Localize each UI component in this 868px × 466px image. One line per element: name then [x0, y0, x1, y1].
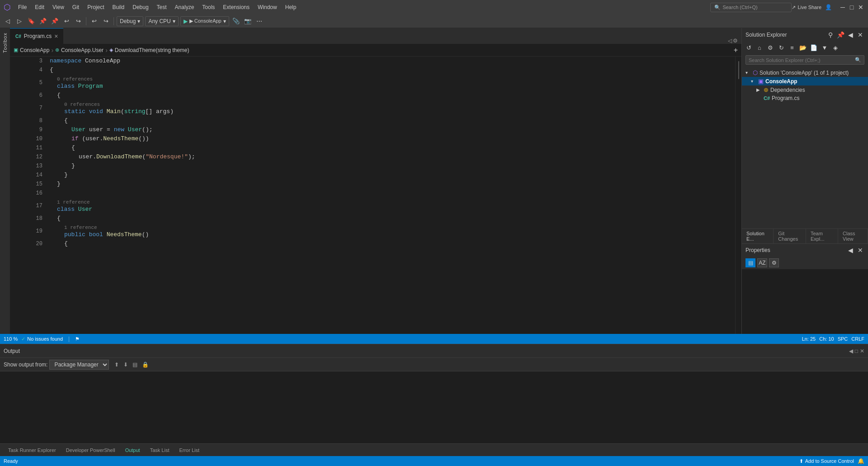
- sol-pin-icon[interactable]: 📌: [836, 31, 844, 38]
- sol-open-btn[interactable]: 📂: [798, 43, 808, 52]
- panels-toggle[interactable]: ◁: [728, 38, 732, 44]
- attach-btn[interactable]: 📎: [231, 16, 241, 26]
- code-editor[interactable]: 3 4 5 6 7 8 9 10 11 12 13 14 15 16 17 18…: [10, 57, 741, 334]
- sol-arrow-icon[interactable]: ◀: [846, 31, 854, 38]
- tab-output[interactable]: Output: [121, 446, 145, 455]
- menu-window[interactable]: Window: [254, 2, 281, 12]
- prog-label: Program.cs: [772, 95, 799, 101]
- menu-view[interactable]: View: [49, 2, 68, 12]
- sol-prop-btn[interactable]: ⚙: [765, 43, 775, 52]
- prop-categories-btn[interactable]: ▤: [745, 258, 755, 267]
- menu-build[interactable]: Build: [109, 2, 128, 12]
- account-icon[interactable]: 👤: [825, 4, 832, 10]
- prop-close-icon[interactable]: ✕: [856, 247, 864, 254]
- menu-file[interactable]: File: [14, 2, 30, 12]
- status-ready: Ready: [4, 458, 18, 464]
- toolbox-sidebar[interactable]: Toolbox: [0, 28, 10, 334]
- extra-btn[interactable]: ⋯: [255, 16, 264, 26]
- output-float-icon[interactable]: □: [855, 348, 858, 354]
- output-pin-icon[interactable]: ◀: [849, 348, 853, 354]
- sol-fwd-btn[interactable]: ⌂: [755, 43, 764, 52]
- prop-toolbar: ▤ AZ ⚙: [742, 257, 868, 269]
- out-btn3[interactable]: ▤: [131, 361, 139, 368]
- output-header: Output ◀ □ ✕: [0, 344, 868, 358]
- crlf-indicator[interactable]: CRLF: [851, 336, 864, 342]
- sol-filter-btn[interactable]: ▼: [820, 43, 830, 52]
- toolbox-label[interactable]: Toolbox: [2, 33, 8, 53]
- tb-btn1[interactable]: 🔖: [26, 16, 36, 26]
- tab-close-btn[interactable]: ×: [54, 33, 58, 39]
- notifications-icon[interactable]: 🔔: [858, 458, 864, 464]
- sol-collapse-btn[interactable]: ≡: [787, 43, 797, 52]
- tab-error-list[interactable]: Error List: [175, 446, 204, 455]
- tb-btn4[interactable]: ↩: [61, 16, 71, 26]
- out-btn1[interactable]: ⬆: [113, 361, 121, 368]
- close-button[interactable]: ✕: [857, 4, 864, 11]
- solution-search[interactable]: Search Solution Explorer (Ctrl+;) 🔍: [745, 55, 864, 65]
- menu-debug[interactable]: Debug: [129, 2, 152, 12]
- tree-program-cs[interactable]: C# Program.cs: [742, 94, 868, 102]
- tb-btn3[interactable]: 📌: [50, 16, 60, 26]
- debug-label: Debug: [120, 18, 136, 24]
- screenshot-btn[interactable]: 📷: [243, 16, 253, 26]
- maximize-button[interactable]: □: [848, 4, 855, 11]
- undo-btn[interactable]: ↩: [89, 16, 99, 26]
- breadcrumb-class[interactable]: ⊕ ConsoleApp.User ›: [55, 47, 108, 54]
- live-share-button[interactable]: ↗ Live Share: [792, 5, 821, 10]
- spc-indicator[interactable]: SPC: [838, 336, 848, 342]
- menu-test[interactable]: Test: [153, 2, 170, 12]
- sol-back-btn[interactable]: ↺: [744, 43, 754, 52]
- run-btn[interactable]: ▶ ▶ ConsoleApp ▾: [180, 16, 229, 26]
- prop-prop-pages-btn[interactable]: ⚙: [769, 258, 779, 267]
- menu-git[interactable]: Git: [69, 2, 83, 12]
- sol-search-icon[interactable]: ⚲: [826, 31, 835, 38]
- breadcrumb-member[interactable]: ◈ DownloadTheme(string theme): [109, 47, 189, 53]
- minimize-button[interactable]: ─: [839, 4, 846, 11]
- cpu-dropdown[interactable]: Any CPU ▾: [145, 16, 178, 26]
- tb-btn5[interactable]: ↪: [73, 16, 83, 26]
- global-search[interactable]: 🔍 Search (Ctrl+Q): [710, 3, 792, 12]
- code-content[interactable]: namespace ConsoleApp { 0 references clas…: [46, 57, 735, 334]
- tab-bar: C# Program.cs × ◁ ⚙: [10, 28, 741, 44]
- menu-edit[interactable]: Edit: [31, 2, 48, 12]
- sol-new-btn[interactable]: 📄: [809, 43, 819, 52]
- prop-alpha-btn[interactable]: AZ: [757, 258, 767, 267]
- tab-solution-explorer[interactable]: Solution E...: [742, 229, 774, 243]
- tree-solution[interactable]: ▾ ⬡ Solution 'ConsoleApp' (1 of 1 projec…: [742, 68, 868, 77]
- tab-class-view[interactable]: Class View: [838, 229, 868, 243]
- out-btn2[interactable]: ⬇: [122, 361, 130, 368]
- tab-git-changes[interactable]: Git Changes: [774, 229, 806, 243]
- prop-pin-icon[interactable]: ◀: [846, 247, 854, 254]
- tb-btn2[interactable]: 📌: [38, 16, 48, 26]
- debug-config-dropdown[interactable]: Debug ▾: [117, 16, 143, 26]
- tab-task-runner[interactable]: Task Runner Explorer: [4, 446, 61, 455]
- sol-pending-btn[interactable]: ◈: [830, 43, 840, 52]
- redo-btn[interactable]: ↪: [101, 16, 111, 26]
- add-to-source-control[interactable]: ⬆ Add to Source Control: [799, 458, 854, 464]
- menu-help[interactable]: Help: [282, 2, 300, 12]
- breadcrumb-add-btn[interactable]: +: [734, 46, 738, 54]
- panels-toggle2[interactable]: ⚙: [733, 38, 738, 44]
- tab-dev-powershell[interactable]: Developer PowerShell: [61, 446, 120, 455]
- back-btn[interactable]: ◁: [3, 16, 13, 26]
- menu-tools[interactable]: Tools: [198, 2, 218, 12]
- sol-close-icon[interactable]: ✕: [856, 31, 864, 38]
- tab-team-explorer[interactable]: Team Expl...: [806, 229, 838, 243]
- editor-scrollbar[interactable]: [735, 57, 741, 334]
- breadcrumb-project[interactable]: ▣ ConsoleApp ›: [14, 47, 53, 54]
- tree-consoleapp[interactable]: ▾ ▣ ConsoleApp: [742, 77, 868, 86]
- menu-extensions[interactable]: Extensions: [219, 2, 253, 12]
- menu-project[interactable]: Project: [84, 2, 108, 12]
- menu-analyze[interactable]: Analyze: [171, 2, 198, 12]
- tree-dependencies[interactable]: ▶ ⊕ Dependencies: [742, 86, 868, 94]
- title-bar-right: ↗ Live Share 👤 ─ □ ✕: [792, 4, 864, 11]
- tab-program-cs[interactable]: C# Program.cs ×: [10, 28, 63, 44]
- zoom-level[interactable]: 110 %: [4, 336, 18, 342]
- out-btn4[interactable]: 🔒: [140, 361, 151, 368]
- output-source-dropdown[interactable]: Package Manager: [49, 360, 109, 370]
- sol-refresh-btn[interactable]: ↻: [776, 43, 786, 52]
- fwd-btn[interactable]: ▷: [14, 16, 24, 26]
- output-close-icon[interactable]: ✕: [860, 348, 864, 354]
- tab-task-list[interactable]: Task List: [146, 446, 174, 455]
- editor-container: C# Program.cs × ◁ ⚙ ▣ ConsoleApp › ⊕ Con…: [10, 28, 741, 334]
